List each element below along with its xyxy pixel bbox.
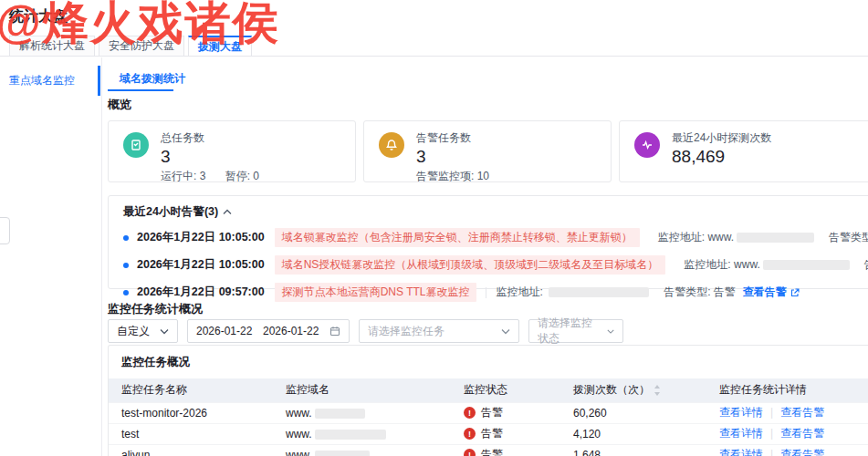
tab-security-dashboard[interactable]: 安全防护大盘 bbox=[99, 36, 184, 56]
bell-icon bbox=[379, 132, 404, 158]
alert-type-badge: 探测节点本地运营商DNS TTL篡改监控 bbox=[275, 283, 477, 302]
task-select[interactable]: 请选择监控任务 bbox=[359, 319, 519, 343]
table-title: 监控任务概况 bbox=[109, 346, 868, 378]
subtab-active-underline bbox=[108, 89, 173, 91]
tab-dialtest-dashboard[interactable]: 拨测大盘 bbox=[188, 36, 252, 56]
range-type-select[interactable]: 自定义 bbox=[108, 319, 178, 343]
card-sub-paused: 暂停: 0 bbox=[225, 170, 259, 182]
col-task-name: 监控任务名称 bbox=[109, 378, 273, 402]
card-value: 88,469 bbox=[672, 147, 771, 167]
alert-time: 2026年1月22日 10:05:00 bbox=[137, 230, 265, 245]
col-status: 监控状态 bbox=[451, 378, 560, 402]
monitor-address: 监控地址: bbox=[496, 285, 649, 300]
probe-count: 60,260 bbox=[560, 402, 706, 423]
overview-cards: 总任务数 3 运行中: 3 暂停: 0 告警任务数 3 告警监控项: 10 bbox=[108, 120, 868, 182]
view-details-link[interactable]: 查看详情 bbox=[719, 405, 763, 420]
overview-heading: 概览 bbox=[108, 97, 131, 113]
card-value: 3 bbox=[161, 147, 276, 167]
alert-type-text: 告警类型: 告警 bbox=[664, 285, 736, 300]
view-details-link[interactable]: 查看详情 bbox=[719, 426, 763, 441]
calendar-icon bbox=[329, 326, 340, 337]
alert-row: 2026年1月22日 10:05:00 域名锁篡改监控（包含注册局安全锁、注册商… bbox=[123, 228, 861, 247]
probe-icon bbox=[634, 132, 660, 158]
alert-type-text: 告警类型: 告警 bbox=[829, 230, 868, 245]
subtab-domain-dialtest-stats[interactable]: 域名拨测统计 bbox=[120, 71, 185, 87]
top-tab-bar: 解析统计大盘 安全防护大盘 拨测大盘 bbox=[0, 36, 868, 57]
dashboard-page: @烽火戏诸侯 统计大盘 解析统计大盘 安全防护大盘 拨测大盘 重点域名监控 域名… bbox=[0, 0, 868, 456]
task-actions: 查看详情|查看告警 bbox=[706, 402, 868, 423]
segment-divider bbox=[486, 287, 486, 298]
bullet-dot-icon bbox=[123, 235, 129, 241]
card-alert-tasks: 告警任务数 3 告警监控项: 10 bbox=[363, 120, 612, 182]
view-details-link[interactable]: 查看详情 bbox=[719, 447, 763, 456]
redacted-domain bbox=[315, 430, 386, 440]
table-row: test www. 告警 4,120 查看详情|查看告警 bbox=[109, 423, 868, 444]
monitor-address: 监控地址: www. bbox=[658, 230, 814, 245]
card-label: 总任务数 bbox=[161, 130, 276, 146]
task-domain: www. bbox=[273, 402, 451, 423]
alert-exclamation-icon bbox=[464, 449, 476, 456]
task-table: 监控任务名称 监控域名 监控状态 拨测次数（次） 监控任务统计详情 test-m… bbox=[109, 378, 868, 456]
card-label: 最近24小时探测次数 bbox=[672, 130, 771, 146]
alerts-heading: 最近24小时告警(3) bbox=[123, 204, 218, 220]
alert-type-badge: 域名锁篡改监控（包含注册局安全锁、注册商禁止转移锁、禁止更新锁） bbox=[275, 228, 640, 247]
task-name: test bbox=[109, 423, 273, 444]
card-probe-count-24h: 最近24小时探测次数 88,469 bbox=[619, 120, 868, 182]
redacted-domain bbox=[763, 260, 850, 270]
table-row: aliyun www. 告警 1,648 查看详情|查看告警 bbox=[109, 444, 868, 456]
task-icon bbox=[123, 132, 149, 158]
task-status: 告警 bbox=[451, 423, 560, 444]
bullet-dot-icon bbox=[123, 290, 129, 295]
col-details: 监控任务统计详情 bbox=[706, 378, 868, 402]
view-alert-link[interactable]: 查看告警 bbox=[780, 447, 824, 456]
tab-resolution-dashboard[interactable]: 解析统计大盘 bbox=[9, 36, 95, 56]
link-divider: | bbox=[770, 427, 773, 440]
monitor-address: 监控地址: www. bbox=[684, 257, 849, 273]
task-domain: www. bbox=[273, 423, 451, 444]
chevron-up-icon bbox=[223, 209, 232, 215]
probe-count: 1,648 bbox=[560, 444, 706, 456]
alert-time: 2026年1月22日 09:57:00 bbox=[137, 285, 265, 300]
chevron-down-icon bbox=[160, 328, 169, 335]
stats-heading: 监控任务统计概况 bbox=[108, 301, 203, 317]
card-value: 3 bbox=[416, 147, 506, 167]
filter-bar: 自定义 2026-01-22 2026-01-22 请选择监控任务 请选择监控状… bbox=[108, 319, 623, 343]
card-sub-alert-items: 告警监控项: 10 bbox=[416, 170, 489, 182]
task-name: aliyun bbox=[109, 444, 273, 456]
view-alert-link[interactable]: 查看告警 bbox=[780, 426, 824, 441]
redacted-domain bbox=[549, 287, 649, 297]
page-title: 统计大盘 bbox=[9, 7, 68, 26]
redacted-domain bbox=[737, 233, 814, 243]
chevron-down-icon bbox=[607, 328, 614, 335]
status-select[interactable]: 请选择监控状态 bbox=[528, 319, 623, 343]
alert-row: 2026年1月22日 10:05:00 域名NS授权链篡改监控（从根域到顶级域、… bbox=[123, 255, 861, 275]
view-alert-link[interactable]: 查看告警 bbox=[780, 405, 824, 420]
sidebar-item-key-domain-monitoring[interactable]: 重点域名监控 bbox=[9, 73, 75, 88]
link-divider: | bbox=[770, 406, 773, 419]
view-alert-link[interactable]: 查看告警 bbox=[743, 285, 800, 300]
sidebar-collapse-handle[interactable] bbox=[0, 217, 10, 244]
sort-icon[interactable] bbox=[654, 385, 661, 396]
sidebar-divider bbox=[101, 57, 102, 456]
alert-exclamation-icon bbox=[464, 428, 476, 440]
date-range-picker[interactable]: 2026-01-22 2026-01-22 bbox=[187, 319, 350, 343]
col-domain: 监控域名 bbox=[273, 378, 451, 402]
table-row: test-monitor-2026 www. 告警 60,260 查看详情|查看… bbox=[109, 402, 868, 423]
card-label: 告警任务数 bbox=[416, 130, 506, 146]
task-domain: www. bbox=[273, 444, 451, 456]
task-status: 告警 bbox=[451, 444, 560, 456]
alert-type-badge: 域名NS授权链篡改监控（从根域到顶级域、顶级域到二级域名及至目标域名） bbox=[275, 255, 666, 275]
task-status: 告警 bbox=[451, 402, 560, 423]
table-header-row: 监控任务名称 监控域名 监控状态 拨测次数（次） 监控任务统计详情 bbox=[109, 378, 868, 402]
link-divider: | bbox=[770, 448, 773, 456]
alerts-collapse-toggle[interactable]: 最近24小时告警(3) bbox=[123, 204, 861, 220]
task-actions: 查看详情|查看告警 bbox=[706, 423, 868, 444]
chevron-down-icon bbox=[501, 328, 510, 335]
col-count: 拨测次数（次） bbox=[560, 378, 706, 402]
active-panel-accent-bar bbox=[98, 66, 100, 96]
probe-count: 4,120 bbox=[560, 423, 706, 444]
redacted-domain bbox=[315, 409, 365, 419]
task-name: test-monitor-2026 bbox=[109, 402, 273, 423]
bullet-dot-icon bbox=[123, 263, 129, 268]
recent-alerts-panel: 最近24小时告警(3) 2026年1月22日 10:05:00 域名锁篡改监控（… bbox=[108, 195, 868, 289]
